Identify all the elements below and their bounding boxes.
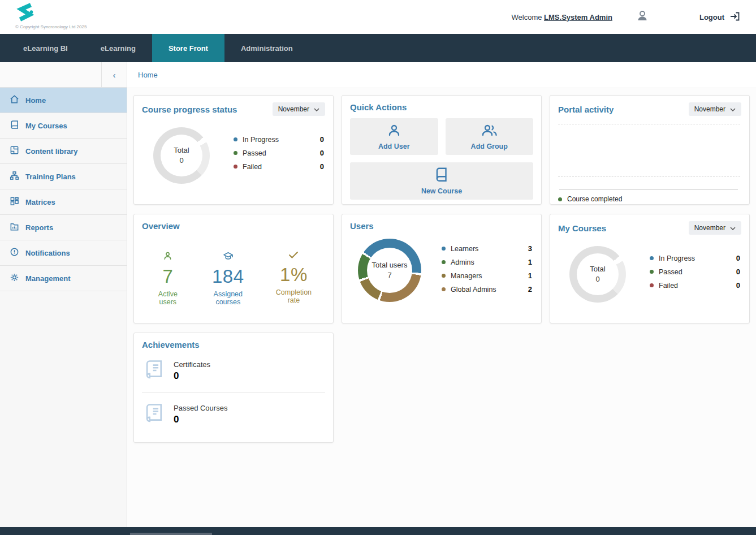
sidebar-item-label: Management (25, 274, 70, 283)
card-title: Course progress status (142, 105, 237, 114)
cards-grid: Course progress status November Total (127, 88, 756, 450)
action-label: Add Group (471, 143, 508, 150)
legend-dot-icon (442, 274, 446, 278)
add-user-button[interactable]: Add User (350, 118, 438, 155)
course-progress-card: Course progress status November Total (133, 95, 334, 205)
sidebar-item-reports[interactable]: Reports (0, 215, 127, 240)
legend-value: 0 (320, 162, 324, 171)
legend-dot-icon (650, 256, 654, 260)
legend-label: Failed (243, 163, 262, 171)
month-dropdown[interactable]: November (689, 102, 741, 116)
legend-value: 0 (736, 281, 740, 290)
logout-label: Logout (699, 13, 724, 21)
logout-button[interactable]: Logout (699, 11, 740, 23)
sidebar-item-matrices[interactable]: Matrices (0, 189, 127, 215)
tab-administration[interactable]: Administration (224, 34, 309, 62)
legend-row: Managers 1 (442, 271, 532, 280)
company-logo-icon[interactable] (15, 3, 36, 27)
stat-label: Active users (149, 290, 187, 306)
welcome-text: Welcome LMS.System Admin (512, 13, 612, 21)
welcome-user-link[interactable]: LMS.System Admin (544, 13, 612, 21)
sidebar-item-label: Notifications (25, 249, 70, 257)
main-nav: eLearning BI eLearning Store Front Admin… (0, 34, 756, 62)
card-title: Overview (142, 221, 180, 231)
month-dropdown[interactable]: November (689, 221, 741, 235)
legend-dot-icon (234, 165, 237, 169)
sidebar: ‹ Home My Courses (0, 62, 127, 527)
action-label: New Course (421, 187, 462, 195)
sidebar-item-label: Matrices (25, 198, 55, 206)
donut-center-label: Total (174, 145, 189, 156)
book-icon (10, 120, 19, 131)
user-profile-icon[interactable] (636, 10, 649, 24)
stat-value: 184 (201, 266, 255, 287)
donut-center-value: 7 (387, 270, 391, 281)
legend-row: Course completed (558, 195, 622, 203)
sidebar-item-home[interactable]: Home (0, 88, 127, 113)
sidebar-item-label: Training Plans (25, 172, 76, 181)
sidebar-item-label: Home (25, 96, 46, 105)
certificate-icon (144, 359, 165, 384)
card-title: Users (350, 221, 374, 231)
library-icon (10, 145, 19, 157)
card-title: Achievements (142, 340, 200, 350)
legend-row: Admins 1 (442, 258, 532, 266)
certificate-icon (144, 403, 165, 428)
welcome-prefix: Welcome (512, 13, 542, 21)
sitemap-icon (10, 171, 19, 182)
legend-dot-icon (442, 247, 446, 251)
legend-row: Global Admins 2 (442, 285, 532, 294)
horizontal-scrollbar-thumb[interactable] (130, 533, 212, 535)
donut-center-label: Total (590, 264, 605, 274)
progress-donut-chart: Total 0 (153, 127, 210, 184)
stat-value: 7 (149, 266, 187, 287)
sidebar-top: ‹ (0, 62, 127, 88)
add-group-button[interactable]: Add Group (446, 118, 534, 155)
legend-label: Course completed (567, 195, 622, 203)
legend-value: 0 (736, 254, 740, 262)
chevron-down-icon (314, 105, 319, 113)
chevron-down-icon (730, 224, 736, 232)
header: © Copyright Syncronology Ltd 2025 Welcom… (0, 0, 756, 34)
stat-assigned-courses: 184 Assigned courses (194, 251, 262, 306)
action-label: Add User (378, 143, 410, 150)
sidebar-item-content-library[interactable]: Content library (0, 139, 127, 164)
tab-elearning[interactable]: eLearning (84, 34, 152, 62)
activity-line-chart: Course completed (558, 123, 741, 210)
achievement-value: 0 (174, 370, 210, 382)
legend-label: Managers (451, 272, 482, 280)
graduation-cap-icon (223, 253, 234, 262)
legend-label: In Progress (659, 254, 695, 262)
legend-dot-icon (442, 287, 446, 291)
header-right: Welcome LMS.System Admin Logout (512, 10, 756, 24)
legend-value: 0 (736, 268, 740, 276)
sidebar-item-training-plans[interactable]: Training Plans (0, 164, 127, 189)
stat-label: Completion rate (270, 288, 318, 304)
tab-elearning-bi[interactable]: eLearning BI (7, 34, 84, 62)
sidebar-item-notifications[interactable]: Notifications (0, 240, 127, 266)
legend-row: Passed 0 (650, 268, 740, 276)
breadcrumb[interactable]: Home (138, 71, 158, 79)
main-content: Home Course progress status November (127, 62, 756, 527)
new-course-button[interactable]: New Course (350, 162, 533, 200)
legend-dot-icon (650, 270, 654, 274)
new-course-icon (434, 167, 449, 185)
month-dropdown[interactable]: November (273, 102, 325, 116)
legend-row: In Progress 0 (234, 135, 324, 144)
sidebar-collapse-button[interactable]: ‹ (101, 62, 127, 88)
legend-row: Passed 0 (234, 149, 324, 157)
achievement-value: 0 (174, 414, 227, 425)
users-donut-chart: Total users 7 (358, 239, 421, 302)
sidebar-item-management[interactable]: Management (0, 266, 127, 291)
report-icon (10, 222, 19, 233)
donut-center-label: Total users (372, 260, 408, 270)
legend-value: 2 (528, 285, 532, 294)
portal-activity-card: Portal activity November (550, 95, 750, 205)
achievement-certificates: Certificates 0 (142, 350, 325, 392)
dropdown-value: November (278, 105, 309, 113)
footer-bar (0, 527, 756, 535)
add-group-icon (480, 123, 498, 140)
legend-dot-icon (650, 283, 654, 287)
tab-store-front[interactable]: Store Front (152, 34, 224, 62)
sidebar-item-my-courses[interactable]: My Courses (0, 113, 127, 139)
